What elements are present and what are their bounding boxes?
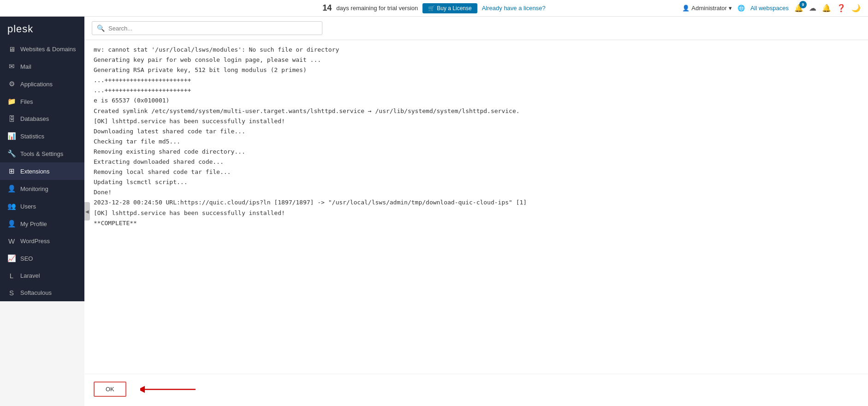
log-line: ...++++++++++++++++++++++++	[94, 85, 859, 96]
sidebar-icon-websites-domains: 🖥	[7, 45, 16, 53]
notifications-badge: 9	[799, 1, 807, 8]
log-line: ...++++++++++++++++++++++++	[94, 75, 859, 85]
globe-icon: 🌐	[737, 5, 745, 12]
ok-button[interactable]: OK	[94, 382, 126, 397]
sidebar-collapse-handle[interactable]: ◀	[84, 202, 90, 221]
sidebar-icon-statistics: 📊	[7, 132, 16, 140]
already-have-license-link[interactable]: Already have a license?	[482, 5, 546, 12]
sidebar-label-databases: Databases	[20, 115, 49, 122]
sidebar-label-seo: SEO	[20, 255, 33, 262]
sidebar-item-statistics[interactable]: 📊 Statistics	[0, 127, 84, 145]
user-icon: 👤	[682, 5, 690, 12]
sidebar-item-tools-settings[interactable]: 🔧 Tools & Settings	[0, 145, 84, 162]
sidebar-item-laravel[interactable]: L Laravel	[0, 267, 84, 284]
sidebar-label-tools-settings: Tools & Settings	[20, 150, 63, 157]
cart-icon: 🛒	[428, 5, 435, 12]
sidebar-item-mail[interactable]: ✉ Mail	[0, 58, 84, 75]
log-line: Generating RSA private key, 512 bit long…	[94, 65, 859, 75]
sidebar-item-monitoring[interactable]: 👤 Monitoring	[0, 180, 84, 197]
chevron-down-icon: ▾	[729, 5, 732, 12]
header-right: 👤 Administrator ▾ 🌐 All webspaces 🔔 9 ☁ …	[682, 4, 861, 12]
sidebar-icon-mail: ✉	[7, 62, 16, 71]
sidebar-item-seo[interactable]: 📈 SEO	[0, 250, 84, 267]
sidebar-logo: plesk	[0, 17, 84, 41]
log-line: mv: cannot stat '/usr/local/lsws/modules…	[94, 45, 859, 55]
sidebar-icon-monitoring: 👤	[7, 185, 16, 193]
sidebar-item-my-profile[interactable]: 👤 My Profile	[0, 215, 84, 233]
log-line: e is 65537 (0x010001)	[94, 96, 859, 106]
sidebar-icon-wordpress: W	[7, 237, 16, 245]
sidebar-icon-files: 📁	[7, 97, 16, 106]
sidebar-label-extensions: Extensions	[20, 168, 50, 175]
sidebar-label-wordpress: WordPress	[20, 238, 50, 245]
sidebar-label-monitoring: Monitoring	[20, 185, 48, 192]
sidebar-item-softaculous[interactable]: S Softaculous	[0, 284, 84, 301]
sidebar-label-files: Files	[20, 98, 33, 105]
sidebar-label-laravel: Laravel	[20, 272, 40, 279]
user-name-label: Administrator	[691, 5, 727, 12]
search-input-wrap: 🔍	[92, 21, 322, 35]
log-line: 2023-12-28 00:24:50 URL:https://quic.clo…	[94, 197, 859, 208]
sidebar-icon-users: 👥	[7, 202, 16, 210]
search-input[interactable]	[108, 25, 317, 32]
sidebar-label-statistics: Statistics	[20, 133, 44, 140]
log-line: **COMPLETE**	[94, 218, 859, 228]
sidebar-label-softaculous: Softaculous	[20, 289, 52, 296]
log-line: Extracting downloaded shared code...	[94, 157, 859, 167]
sidebar: plesk 🖥 Websites & Domains ✉ Mail ⚙ Appl…	[0, 17, 84, 301]
sidebar-label-applications: Applications	[20, 81, 53, 88]
sidebar-label-my-profile: My Profile	[20, 221, 47, 227]
all-webspaces-link[interactable]: All webspaces	[750, 5, 789, 12]
content-area: 🔍 mv: cannot stat '/usr/local/lsws/modul…	[84, 17, 868, 406]
sidebar-item-applications[interactable]: ⚙ Applications	[0, 75, 84, 93]
notifications-button[interactable]: 🔔 9	[794, 4, 803, 12]
content-footer: OK	[84, 374, 868, 406]
search-bar: 🔍	[84, 17, 868, 40]
sidebar-label-users: Users	[20, 203, 36, 210]
updates-button[interactable]: 🔔	[822, 4, 831, 12]
sidebar-icon-seo: 📈	[7, 254, 16, 263]
log-area: mv: cannot stat '/usr/local/lsws/modules…	[84, 40, 868, 374]
sidebar-item-databases[interactable]: 🗄 Databases	[0, 110, 84, 127]
log-line: Downloading latest shared code tar file.…	[94, 126, 859, 137]
sidebar-icon-applications: ⚙	[7, 80, 16, 88]
trial-days-text: days remaining for trial version	[336, 5, 418, 12]
log-line: [OK] lshttpd.service has been successful…	[94, 208, 859, 218]
trial-days-number: 14	[322, 3, 332, 13]
log-line: Removing existing shared code directory.…	[94, 147, 859, 157]
log-line: Checking tar file md5...	[94, 137, 859, 147]
sidebar-item-websites-domains[interactable]: 🖥 Websites & Domains	[0, 41, 84, 58]
sidebar-icon-tools-settings: 🔧	[7, 149, 16, 158]
search-icon: 🔍	[97, 24, 105, 32]
theme-button[interactable]: 🌙	[851, 4, 861, 12]
cloud-button[interactable]: ☁	[809, 4, 816, 12]
sidebar-icon-my-profile: 👤	[7, 220, 16, 228]
log-line: Generating key pair for web console logi…	[94, 55, 859, 65]
sidebar-item-extensions[interactable]: ⊞ Extensions	[0, 162, 84, 180]
sidebar-icon-softaculous: S	[7, 289, 16, 297]
user-menu[interactable]: 👤 Administrator ▾	[682, 5, 732, 12]
sidebar-icon-databases: 🗄	[7, 115, 16, 123]
sidebar-icon-extensions: ⊞	[7, 167, 16, 175]
help-button[interactable]: ❓	[837, 4, 846, 12]
sidebar-label-mail: Mail	[20, 63, 31, 70]
log-line: Created symlink /etc/systemd/system/mult…	[94, 106, 859, 116]
sidebar-icon-laravel: L	[7, 272, 16, 280]
log-line: Updating lscmctl script...	[94, 177, 859, 187]
buy-license-button[interactable]: 🛒 Buy a License	[422, 3, 477, 13]
log-line: Done!	[94, 187, 859, 197]
log-line: Removing local shared code tar file...	[94, 167, 859, 177]
arrow-annotation	[140, 382, 200, 396]
sidebar-item-wordpress[interactable]: W WordPress	[0, 233, 84, 250]
log-line: [OK] lshttpd.service has been successful…	[94, 116, 859, 126]
trial-bar: 14 days remaining for trial version 🛒 Bu…	[0, 0, 868, 17]
sidebar-item-files[interactable]: 📁 Files	[0, 93, 84, 110]
sidebar-label-websites-domains: Websites & Domains	[20, 46, 76, 53]
sidebar-wrapper: plesk 🖥 Websites & Domains ✉ Mail ⚙ Appl…	[0, 17, 84, 406]
sidebar-item-users[interactable]: 👥 Users	[0, 197, 84, 215]
